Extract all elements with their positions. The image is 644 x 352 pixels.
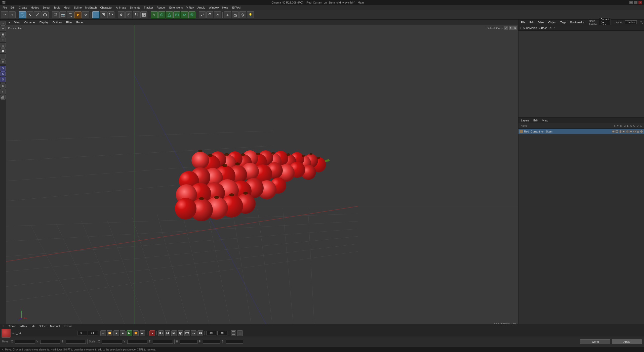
- toolbar-move[interactable]: [92, 11, 99, 18]
- toolbar-snap[interactable]: [125, 11, 132, 18]
- x-scale-input[interactable]: [102, 340, 122, 344]
- toolbar-model-mode[interactable]: [19, 11, 26, 18]
- toolbar-sky[interactable]: [239, 11, 246, 18]
- sidebar-bend[interactable]: ⌒: [1, 54, 6, 59]
- menu-3dtai[interactable]: 3DToAI: [230, 6, 242, 9]
- menu-vray[interactable]: V-Ray: [185, 6, 195, 9]
- playback-step-forward[interactable]: ⏩: [133, 330, 139, 336]
- menu-help[interactable]: Help: [221, 6, 229, 9]
- mat-tab-edit[interactable]: Edit: [29, 324, 36, 328]
- sidebar-lathe[interactable]: S: [1, 71, 6, 76]
- minimize-button[interactable]: —: [629, 1, 633, 4]
- toolbar-camera[interactable]: 📷: [59, 11, 66, 18]
- y-scale-input[interactable]: [127, 340, 147, 344]
- toolbar-vray2[interactable]: [158, 11, 165, 18]
- obj-icon-extra4[interactable]: [640, 130, 643, 133]
- om-tab-view[interactable]: View: [541, 119, 549, 122]
- playback-extra1[interactable]: [231, 330, 236, 336]
- obj-icon-play[interactable]: [622, 130, 625, 133]
- node-tab-file[interactable]: File: [520, 21, 527, 24]
- frame-start-input[interactable]: [77, 331, 87, 335]
- toolbar-floor[interactable]: [224, 11, 231, 18]
- toolbar-vray1[interactable]: V: [151, 11, 158, 18]
- sidebar-loft[interactable]: S: [1, 77, 6, 82]
- mat-tab-material[interactable]: Material: [49, 324, 61, 328]
- node-layout-dropdown[interactable]: Startup: [625, 20, 637, 24]
- toolbar-render-settings[interactable]: ⚙: [82, 11, 89, 18]
- h-rot-input[interactable]: [180, 340, 197, 344]
- menu-character[interactable]: Character: [99, 6, 114, 9]
- playback-goto-start[interactable]: ⏮: [100, 330, 106, 336]
- toolbar-landscape[interactable]: [232, 11, 239, 18]
- node-tab-view[interactable]: View: [537, 21, 545, 24]
- playback-mode-6[interactable]: [191, 330, 196, 336]
- toolbar-vray4[interactable]: [173, 11, 180, 18]
- toolbar-undo[interactable]: ↩: [1, 11, 8, 18]
- sidebar-null[interactable]: ◎: [1, 59, 6, 64]
- sidebar-cone[interactable]: △: [1, 43, 6, 48]
- sidebar-cylinder[interactable]: ⬤: [1, 48, 6, 53]
- sidebar-cursor[interactable]: ↖: [1, 21, 6, 26]
- viewport-menu-view[interactable]: View: [13, 21, 21, 24]
- viewport-close[interactable]: ✕: [513, 26, 517, 30]
- mat-tab-select[interactable]: Select: [38, 324, 48, 328]
- sidebar-sds[interactable]: S: [1, 66, 6, 71]
- viewport-settings[interactable]: ⚙: [509, 26, 513, 30]
- toolbar-vray3[interactable]: [166, 11, 173, 18]
- menu-arnold[interactable]: Arnold: [196, 6, 207, 9]
- menu-modes[interactable]: Modes: [29, 6, 41, 9]
- object-row-red-currant[interactable]: Red_Currant_on_Stem: [518, 129, 644, 134]
- toolbar-render[interactable]: [74, 11, 82, 18]
- playback-record[interactable]: ●: [149, 330, 155, 336]
- menu-tools[interactable]: Tools: [52, 6, 62, 9]
- obj-icon-extra1[interactable]: [629, 130, 632, 133]
- node-tab-tags[interactable]: Tags: [559, 21, 567, 24]
- sidebar-tag[interactable]: 🏷: [1, 89, 6, 94]
- playback-mode-4[interactable]: [178, 330, 183, 336]
- toolbar-vray5[interactable]: [181, 11, 188, 18]
- toolbar-magnet[interactable]: [206, 11, 213, 18]
- menu-extensions[interactable]: Extensions: [168, 6, 184, 9]
- obj-icon-lock[interactable]: [619, 130, 622, 133]
- viewport-canvas[interactable]: Perspective Default Camera** ⤢ ⚙ ✕ Y X: [6, 25, 518, 327]
- playback-mode-3[interactable]: [171, 330, 177, 336]
- menu-mograph[interactable]: MoGraph: [84, 6, 98, 9]
- om-tab-layers[interactable]: Layers: [520, 119, 530, 122]
- mat-tab-vray[interactable]: V-Ray: [18, 324, 28, 328]
- apply-button[interactable]: Apply: [612, 339, 642, 344]
- viewport-menu-panel[interactable]: Panel: [75, 21, 84, 24]
- toolbar-edge-mode[interactable]: [34, 11, 41, 18]
- node-tab-object[interactable]: Object: [547, 21, 557, 24]
- toolbar-light-bulb[interactable]: 💡: [247, 11, 254, 18]
- x-pos-input[interactable]: [15, 340, 35, 344]
- close-button[interactable]: ✕: [638, 1, 642, 4]
- node-tab-bookmarks[interactable]: Bookmarks: [569, 21, 585, 24]
- toolbar-rotate[interactable]: [107, 11, 114, 18]
- node-search-icon[interactable]: [640, 20, 643, 24]
- menu-animate[interactable]: Animate: [114, 6, 128, 9]
- toolbar-soft-selection[interactable]: [214, 11, 221, 18]
- playback-mode-2[interactable]: [165, 330, 170, 336]
- viewport-menu-display[interactable]: Display: [38, 21, 50, 24]
- toolbar-film[interactable]: 🎬: [52, 11, 59, 18]
- sidebar-pen[interactable]: ✏: [1, 26, 6, 31]
- toolbar-object-axis[interactable]: [118, 11, 125, 18]
- frame-max-input[interactable]: [217, 331, 227, 335]
- frame-total-input[interactable]: [206, 331, 216, 335]
- playback-goto-end[interactable]: ⏭: [140, 330, 145, 336]
- playback-step-back[interactable]: ⏪: [107, 330, 112, 336]
- z-scale-input[interactable]: [153, 340, 173, 344]
- toolbar-render-region[interactable]: [67, 11, 74, 18]
- node-canvas[interactable]: [518, 31, 644, 117]
- playback-mode-7[interactable]: [197, 330, 203, 336]
- sidebar-mograph[interactable]: [1, 95, 6, 100]
- menu-window[interactable]: Window: [207, 6, 220, 9]
- toolbar-brush[interactable]: 🖌: [199, 11, 206, 18]
- toolbar-redo[interactable]: ↪: [9, 11, 16, 18]
- toolbar-point-mode[interactable]: [26, 11, 33, 18]
- toolbar-layout[interactable]: [140, 11, 147, 18]
- toolbar-viewport-solo[interactable]: [133, 11, 140, 18]
- viewport-menu-filter[interactable]: Filter: [65, 21, 73, 24]
- playback-extra2[interactable]: [237, 330, 243, 336]
- material-thumbnail[interactable]: [2, 329, 11, 338]
